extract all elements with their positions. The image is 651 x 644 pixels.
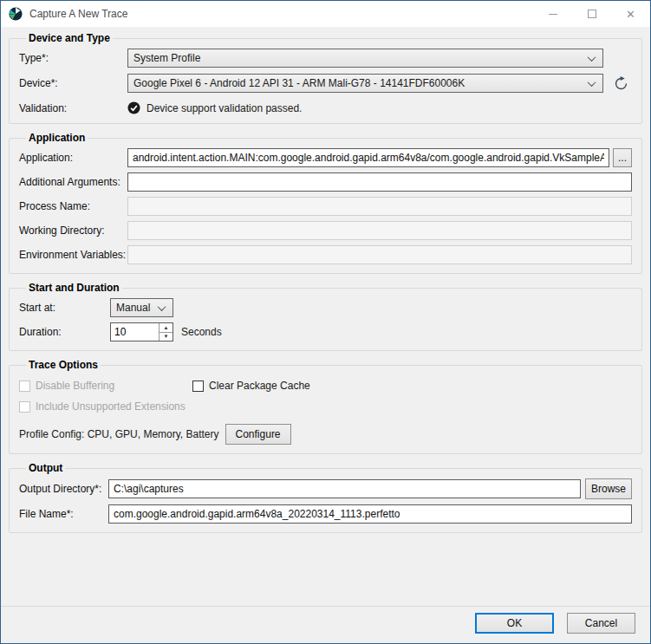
type-select[interactable]: System Profile — [127, 49, 603, 68]
capture-trace-dialog: Capture A New Trace ✕ Device and Type Ty… — [0, 0, 651, 644]
file-name-input[interactable] — [108, 504, 632, 524]
section-title-trace-options: Trace Options — [26, 359, 101, 371]
chevron-down-icon — [588, 78, 596, 87]
process-name-row: Process Name: — [19, 197, 632, 216]
section-title-device-and-type: Device and Type — [26, 32, 113, 44]
dialog-footer: OK Cancel — [1, 606, 650, 643]
additional-arguments-row: Additional Arguments: — [19, 172, 632, 192]
duration-stepper: ▲ ▼ — [110, 322, 173, 342]
validation-row: Validation: Device support validation pa… — [19, 101, 632, 114]
agi-logo-icon — [9, 7, 23, 21]
additional-arguments-input[interactable] — [127, 172, 632, 192]
maximize-icon — [588, 10, 596, 18]
device-selected-value: Google Pixel 6 - Android 12 API 31 - ARM… — [133, 77, 465, 89]
titlebar: Capture A New Trace ✕ — [1, 1, 650, 27]
type-row: Type*: System Profile — [19, 49, 632, 68]
working-directory-label: Working Directory: — [19, 224, 127, 237]
additional-arguments-label: Additional Arguments: — [19, 176, 127, 188]
close-button[interactable]: ✕ — [611, 1, 650, 27]
output-directory-input[interactable] — [108, 479, 581, 498]
duration-unit-label: Seconds — [181, 326, 222, 338]
start-at-selected-value: Manual — [116, 302, 150, 314]
application-input[interactable] — [127, 148, 609, 167]
duration-label: Duration: — [19, 326, 110, 338]
validation-passed-icon — [127, 101, 140, 114]
checkbox-icon — [192, 381, 204, 392]
window-title: Capture A New Trace — [29, 8, 533, 20]
device-label: Device*: — [19, 77, 127, 89]
section-trace-options: Trace Options Disable Buffering Clear Pa… — [9, 359, 642, 454]
environment-variables-input — [127, 245, 632, 264]
minimize-icon — [549, 14, 557, 15]
duration-row: Duration: ▲ ▼ Seconds — [19, 322, 632, 342]
output-directory-label: Output Directory*: — [19, 483, 108, 495]
type-label: Type*: — [19, 52, 127, 64]
application-browse-button[interactable]: ... — [613, 148, 632, 167]
chevron-down-icon — [158, 302, 166, 311]
disable-buffering-label: Disable Buffering — [36, 380, 114, 392]
configure-button[interactable]: Configure — [225, 424, 291, 445]
cancel-button[interactable]: Cancel — [567, 613, 635, 634]
section-title-start-and-duration: Start and Duration — [26, 282, 122, 294]
device-select[interactable]: Google Pixel 6 - Android 12 API 31 - ARM… — [127, 74, 603, 93]
dialog-content: Device and Type Type*: System Profile De… — [1, 27, 650, 606]
disable-buffering-checkbox: Disable Buffering — [19, 377, 192, 394]
section-title-application: Application — [26, 132, 88, 144]
validation-label: Validation: — [19, 102, 127, 114]
refresh-devices-button[interactable] — [609, 73, 632, 94]
chevron-down-icon — [588, 53, 596, 62]
process-name-label: Process Name: — [19, 200, 127, 212]
close-icon: ✕ — [626, 9, 635, 20]
spin-down-icon[interactable]: ▼ — [159, 333, 173, 342]
duration-spin-buttons: ▲ ▼ — [159, 323, 173, 341]
start-at-row: Start at: Manual — [19, 298, 632, 317]
validation-message: Device support validation passed. — [146, 102, 302, 114]
start-at-label: Start at: — [19, 302, 110, 314]
section-output: Output Output Directory*: Browse File Na… — [9, 462, 642, 533]
working-directory-input — [127, 221, 632, 240]
device-row: Device*: Google Pixel 6 - Android 12 API… — [19, 73, 632, 94]
section-start-and-duration: Start and Duration Start at: Manual Dura… — [9, 282, 642, 351]
file-name-label: File Name*: — [19, 508, 108, 520]
refresh-icon — [613, 75, 629, 92]
spin-up-icon[interactable]: ▲ — [159, 323, 173, 333]
section-device-and-type: Device and Type Type*: System Profile De… — [9, 32, 642, 124]
process-name-input — [127, 197, 632, 216]
duration-input[interactable] — [111, 323, 159, 341]
checkbox-icon — [19, 381, 30, 392]
start-at-select[interactable]: Manual — [110, 298, 173, 317]
checkbox-icon — [19, 401, 30, 413]
section-application: Application Application: ... Additional … — [9, 132, 642, 274]
maximize-button[interactable] — [572, 1, 611, 27]
trace-options-row-2: Include Unsupported Extensions — [19, 398, 632, 415]
application-row: Application: ... — [19, 148, 632, 167]
include-unsupported-extensions-label: Include Unsupported Extensions — [36, 400, 186, 413]
clear-package-cache-label: Clear Package Cache — [209, 380, 310, 392]
type-selected-value: System Profile — [133, 52, 200, 64]
section-title-output: Output — [26, 462, 65, 474]
application-label: Application: — [19, 152, 127, 164]
working-directory-row: Working Directory: — [19, 221, 632, 240]
profile-config-label: Profile Config: CPU, GPU, Memory, Batter… — [19, 428, 219, 440]
include-unsupported-extensions-checkbox: Include Unsupported Extensions — [19, 398, 186, 415]
minimize-button[interactable] — [533, 1, 572, 27]
file-name-row: File Name*: — [19, 504, 632, 524]
browse-button[interactable]: Browse — [585, 478, 632, 499]
environment-variables-label: Environment Variables: — [19, 249, 127, 261]
clear-package-cache-checkbox[interactable]: Clear Package Cache — [192, 377, 310, 394]
environment-variables-row: Environment Variables: — [19, 245, 632, 264]
trace-options-row-1: Disable Buffering Clear Package Cache — [19, 377, 632, 394]
output-directory-row: Output Directory*: Browse — [19, 478, 632, 499]
profile-config-row: Profile Config: CPU, GPU, Memory, Batter… — [19, 424, 632, 445]
ok-button[interactable]: OK — [475, 613, 554, 634]
